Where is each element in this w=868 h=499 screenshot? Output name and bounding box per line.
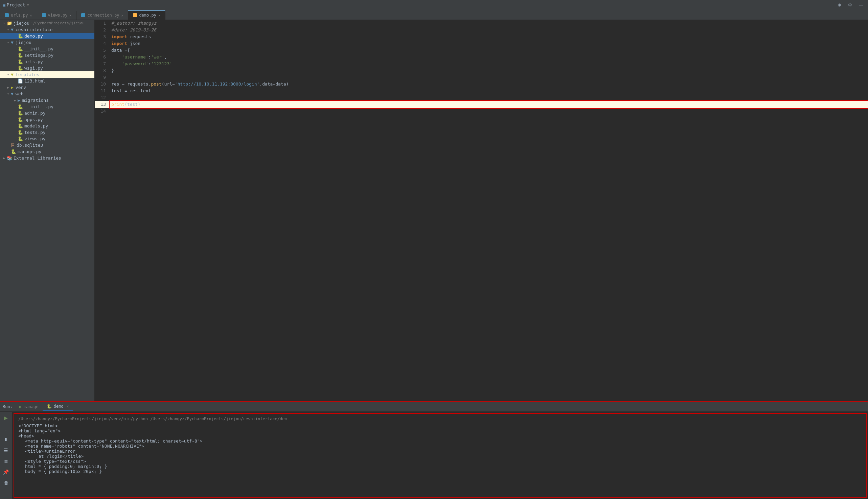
line-number-3: 3 bbox=[95, 34, 110, 40]
toggle-web: ▾ bbox=[5, 92, 11, 96]
toggle-ext-libs: ▶ bbox=[1, 156, 7, 160]
output-path: /Users/zhangyz/PycharmProjects/jiejou/ve… bbox=[18, 416, 862, 421]
toggle-jiejou: ▾ bbox=[1, 21, 7, 25]
output-html-4: <meta http-equiv="content-type" content=… bbox=[18, 438, 862, 443]
list-button[interactable]: ☰ bbox=[1, 446, 11, 455]
tree-label-jiejou: jiejou bbox=[13, 21, 29, 26]
output-html-5: <meta name="robots" content="NONE,NOARCH… bbox=[18, 443, 862, 449]
tree-label-init2-py: __init__.py bbox=[24, 104, 53, 109]
tree-label-models-py: models.py bbox=[24, 123, 48, 129]
toggle-jiejou-sub: ▾ bbox=[5, 40, 11, 44]
step-down-button[interactable]: ↓ bbox=[1, 424, 11, 434]
file-icon-db: 🗄 bbox=[11, 143, 15, 148]
code-line-8: 8 } bbox=[95, 67, 868, 74]
tree-item-apps-py[interactable]: 🐍 apps.py bbox=[0, 116, 94, 123]
tree-item-demo-py[interactable]: 🐍 demo.py bbox=[0, 33, 94, 39]
code-line-11: 11 test = res.text bbox=[95, 87, 868, 94]
project-icon: ▣ bbox=[3, 2, 5, 8]
tree-item-ceshiinterface[interactable]: ▾ ▼ ceshiinterface bbox=[0, 26, 94, 33]
line-number-8: 8 bbox=[95, 67, 110, 74]
output-html-9: html * { padding:0; margin:0; } bbox=[18, 464, 862, 469]
line-content-10: res = requests.post(url='http://10.10.11… bbox=[110, 81, 868, 87]
tree-path-jiejou: ~/PycharmProjects/jiejou bbox=[31, 21, 85, 25]
tree-label-views-py: views.py bbox=[24, 136, 46, 141]
settings-icon[interactable]: ⚙ bbox=[846, 2, 854, 8]
list2-button[interactable]: ≣ bbox=[1, 457, 11, 466]
tree-item-templates[interactable]: ▾ ▼ templates bbox=[0, 71, 94, 78]
dropdown-icon[interactable]: ▾ bbox=[27, 2, 29, 8]
tree-item-tests-py[interactable]: 🐍 tests.py bbox=[0, 129, 94, 136]
tab-close-demo[interactable]: ✕ bbox=[158, 13, 160, 17]
run-tab-close-demo[interactable]: ✕ bbox=[67, 404, 69, 408]
tree-item-views-py[interactable]: 🐍 views.py bbox=[0, 136, 94, 142]
tab-views[interactable]: views.py ✕ bbox=[37, 11, 77, 20]
run-label: Run: bbox=[3, 404, 13, 409]
tab-close-views[interactable]: ✕ bbox=[69, 13, 71, 17]
line-content-8: } bbox=[110, 67, 868, 74]
code-line-4: 4 import json bbox=[95, 40, 868, 47]
tree-item-wsgi-py[interactable]: 🐍 wsgi.py bbox=[0, 65, 94, 71]
code-content[interactable]: 1 #_author: zhangyz 2 #date: 2019-03-26 … bbox=[95, 20, 868, 401]
file-icon-urls: 🐍 bbox=[17, 59, 23, 64]
tree-label-db-sqlite3: db.sqlite3 bbox=[16, 143, 43, 148]
tree-item-urls-py[interactable]: 🐍 urls.py bbox=[0, 59, 94, 65]
tree-item-manage-py[interactable]: 🐍 manage.py bbox=[0, 148, 94, 155]
pause-button[interactable]: ⏸ bbox=[1, 435, 11, 444]
run-panel: Run: ▶ manage 🐍 demo ✕ ▶ ↓ ⏸ ☰ ≣ 📌 🗑 /Us… bbox=[0, 401, 868, 499]
pin-button[interactable]: 📌 bbox=[1, 467, 11, 477]
run-tab-demo[interactable]: 🐍 demo ✕ bbox=[43, 403, 73, 411]
tree-item-init-py[interactable]: 🐍 __init__.py bbox=[0, 46, 94, 52]
tree-item-settings-py[interactable]: 🐍 settings.py bbox=[0, 52, 94, 59]
file-icon-demo-py: 🐍 bbox=[17, 34, 23, 38]
minimize-button[interactable]: — bbox=[857, 2, 865, 8]
line-number-9: 9 bbox=[95, 74, 110, 81]
line-content-6: 'username':'wer', bbox=[110, 54, 868, 61]
tree-label-settings-py: settings.py bbox=[24, 53, 53, 58]
line-number-13: 13 bbox=[95, 101, 110, 108]
tree-item-db-sqlite3[interactable]: 🗄 db.sqlite3 bbox=[0, 142, 94, 148]
line-number-2: 2 bbox=[95, 27, 110, 34]
tree-item-venv[interactable]: ▶ ▶ venv bbox=[0, 84, 94, 90]
run-tab-label-manage: manage bbox=[24, 404, 38, 409]
folder-icon-jiejou-sub: ▼ bbox=[11, 40, 13, 45]
code-line-3: 3 import requests bbox=[95, 34, 868, 40]
tab-urls[interactable]: urls.py ✕ bbox=[0, 11, 37, 20]
tree-label-123html: 123.html bbox=[24, 78, 46, 84]
code-line-1: 1 #_author: zhangyz bbox=[95, 20, 868, 27]
tree-item-jiejou-sub[interactable]: ▾ ▼ jiejou bbox=[0, 39, 94, 46]
project-title: Project bbox=[7, 2, 25, 8]
line-number-1: 1 bbox=[95, 20, 110, 27]
code-editor[interactable]: 1 #_author: zhangyz 2 #date: 2019-03-26 … bbox=[95, 20, 868, 401]
run-tab-manage[interactable]: ▶ manage bbox=[15, 403, 43, 411]
code-line-13: 13 print(test) bbox=[95, 101, 868, 108]
line-content-5: data ={ bbox=[110, 47, 868, 54]
tree-item-models-py[interactable]: 🐍 models.py bbox=[0, 123, 94, 129]
tree-item-web[interactable]: ▾ ▼ web bbox=[0, 90, 94, 97]
line-number-12: 12 bbox=[95, 94, 110, 101]
tab-connection[interactable]: connection.py ✕ bbox=[76, 11, 128, 20]
run-tab-icon-manage: ▶ bbox=[19, 404, 22, 409]
file-icon-apps: 🐍 bbox=[17, 117, 23, 122]
trash-button[interactable]: 🗑 bbox=[1, 478, 11, 487]
tree-item-migrations[interactable]: ▶ ▶ migrations bbox=[0, 97, 94, 104]
tree-label-web: web bbox=[15, 91, 23, 96]
run-button[interactable]: ▶ bbox=[1, 413, 11, 423]
code-line-6: 6 'username':'wer', bbox=[95, 54, 868, 61]
tree-label-venv: venv bbox=[15, 85, 26, 90]
tab-close-connection[interactable]: ✕ bbox=[121, 13, 123, 17]
nav-icon[interactable]: ⊕ bbox=[835, 2, 843, 8]
tree-item-init2-py[interactable]: 🐍 __init__.py bbox=[0, 104, 94, 110]
code-line-9: 9 bbox=[95, 74, 868, 81]
tab-close-urls[interactable]: ✕ bbox=[30, 13, 32, 17]
tree-item-123-html[interactable]: 📄 123.html bbox=[0, 78, 94, 84]
line-number-11: 11 bbox=[95, 87, 110, 94]
code-line-5: 5 data ={ bbox=[95, 47, 868, 54]
code-line-12: 12 bbox=[95, 94, 868, 101]
tree-item-admin-py[interactable]: 🐍 admin.py bbox=[0, 110, 94, 116]
tab-demo[interactable]: demo.py ✕ bbox=[128, 10, 166, 20]
tree-item-jiejou-root[interactable]: ▾ 📁 jiejou ~/PycharmProjects/jiejou bbox=[0, 20, 94, 26]
file-icon-settings: 🐍 bbox=[17, 53, 23, 58]
line-number-7: 7 bbox=[95, 61, 110, 67]
tree-item-ext-libs[interactable]: ▶ 📚 External Libraries bbox=[0, 155, 94, 161]
tree-label-ceshiinterface: ceshiinterface bbox=[15, 27, 53, 32]
